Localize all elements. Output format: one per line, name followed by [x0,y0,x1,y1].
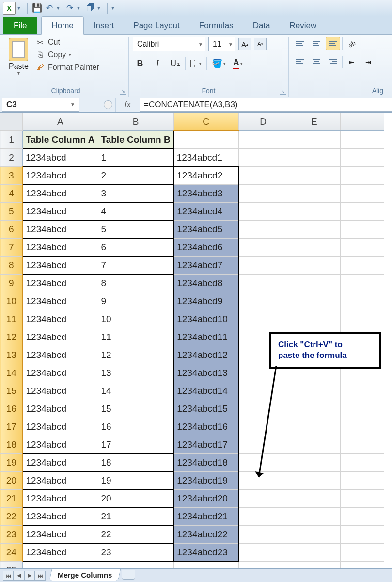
row-header-9[interactable]: 9 [0,275,23,292]
system-menu-drop[interactable]: ▼ [16,2,21,14]
tab-page-layout[interactable]: Page Layout [124,17,189,34]
row-header-13[interactable]: 13 [0,346,23,364]
name-box[interactable]: C3 ▼ [2,98,79,112]
cell-A13[interactable]: 1234abcd [23,346,98,364]
cell-B9[interactable]: 8 [98,275,173,292]
row-header-3[interactable]: 3 [0,167,23,185]
underline-button[interactable]: U [168,56,182,71]
cell-A20[interactable]: 1234abcd [23,472,98,490]
cell-A8[interactable]: 1234abcd [23,257,98,275]
cell-E17[interactable] [288,418,340,436]
row-header-5[interactable]: 5 [0,203,23,221]
font-dialog-launcher[interactable]: ↘ [280,88,286,95]
cell-C17[interactable]: 1234abcd16 [173,418,238,436]
cell-C14[interactable]: 1234abcd13 [173,364,238,382]
cell-F4[interactable] [340,185,384,203]
paste-drop[interactable]: ▼ [16,71,21,76]
row-header-20[interactable]: 20 [0,472,23,490]
cell-C22[interactable]: 1234abcd21 [173,508,238,526]
cell-C16[interactable]: 1234abcd15 [173,400,238,418]
cell-C18[interactable]: 1234abcd17 [173,436,238,454]
bold-button[interactable]: B [133,56,147,71]
cell-F23[interactable] [340,526,384,544]
cell-C15[interactable]: 1234abcd14 [173,382,238,400]
cell-A17[interactable]: 1234abcd [23,418,98,436]
cell-F18[interactable] [340,436,384,454]
font-size-combo[interactable]: 11▼ [208,37,235,51]
cell-C8[interactable]: 1234abcd7 [173,257,238,275]
save-icon[interactable]: 💾 [31,2,43,15]
cell-D22[interactable] [238,508,288,526]
row-header-6[interactable]: 6 [0,221,23,239]
undo-icon[interactable]: ↶ [43,2,56,15]
cell-B24[interactable]: 23 [98,544,173,562]
cell-A9[interactable]: 1234abcd [23,275,98,292]
cell-A19[interactable]: 1234abcd [23,454,98,472]
paste-button[interactable]: Paste ▼ [7,37,31,77]
cell-A21[interactable]: 1234abcd [23,490,98,508]
cell-F17[interactable] [340,418,384,436]
row-header-11[interactable]: 11 [0,310,23,328]
cell-B3[interactable]: 2 [98,167,173,185]
column-header-A[interactable]: A [23,113,98,131]
cell-F20[interactable] [340,472,384,490]
cell-F6[interactable] [340,221,384,239]
cell-F7[interactable] [340,239,384,257]
cell-D1[interactable] [238,131,288,149]
cell-A14[interactable]: 1234abcd [23,364,98,382]
column-header-B[interactable]: B [98,113,173,131]
cell-A24[interactable]: 1234abcd [23,544,98,562]
row-header-22[interactable]: 22 [0,508,23,526]
cell-E5[interactable] [288,203,340,221]
cell-C10[interactable]: 1234abcd9 [173,292,238,310]
cell-B23[interactable]: 22 [98,526,173,544]
row-header-14[interactable]: 14 [0,364,23,382]
clipboard-dialog-launcher[interactable]: ↘ [120,88,126,95]
cell-B2[interactable]: 1 [98,149,173,167]
select-all-corner[interactable] [0,113,23,131]
cell-D9[interactable] [238,275,288,292]
cell-C5[interactable]: 1234abcd4 [173,203,238,221]
cell-A10[interactable]: 1234abcd [23,292,98,310]
excel-icon[interactable]: X [3,2,16,15]
cell-D24[interactable] [238,544,288,562]
tab-insert[interactable]: Insert [84,17,124,34]
cell-F22[interactable] [340,508,384,526]
cell-E16[interactable] [288,400,340,418]
worksheet-grid[interactable]: ABCDE1Table Column ATable Column B21234a… [0,113,392,582]
italic-button[interactable]: I [150,56,165,71]
cell-E9[interactable] [288,275,340,292]
cell-E8[interactable] [288,257,340,275]
cell-E18[interactable] [288,436,340,454]
column-header-D[interactable]: D [238,113,288,131]
cell-F1[interactable] [340,131,384,149]
cell-F9[interactable] [340,275,384,292]
row-header-19[interactable]: 19 [0,454,23,472]
cell-A2[interactable]: 1234abcd [23,149,98,167]
cell-B5[interactable]: 4 [98,203,173,221]
cell-B19[interactable]: 18 [98,454,173,472]
cell-D4[interactable] [238,185,288,203]
cell-B16[interactable]: 15 [98,400,173,418]
cell-B1[interactable]: Table Column B [98,131,173,149]
align-center-button[interactable] [309,55,324,69]
sheet-tab[interactable]: Merge Columns [49,569,121,581]
align-middle-button[interactable] [309,37,324,50]
cell-C21[interactable]: 1234abcd20 [173,490,238,508]
cell-D6[interactable] [238,221,288,239]
cell-A5[interactable]: 1234abcd [23,203,98,221]
cell-A22[interactable]: 1234abcd [23,508,98,526]
cell-E10[interactable] [288,292,340,310]
tab-file[interactable]: File [3,17,37,34]
align-top-button[interactable] [293,37,307,50]
row-header-12[interactable]: 12 [0,328,23,346]
cell-D3[interactable] [238,167,288,185]
row-header-10[interactable]: 10 [0,292,23,310]
cell-F10[interactable] [340,292,384,310]
row-header-1[interactable]: 1 [0,131,23,149]
row-header-8[interactable]: 8 [0,257,23,275]
align-left-button[interactable] [293,55,307,69]
cell-A4[interactable]: 1234abcd [23,185,98,203]
cell-D23[interactable] [238,526,288,544]
cell-A1[interactable]: Table Column A [23,131,98,149]
